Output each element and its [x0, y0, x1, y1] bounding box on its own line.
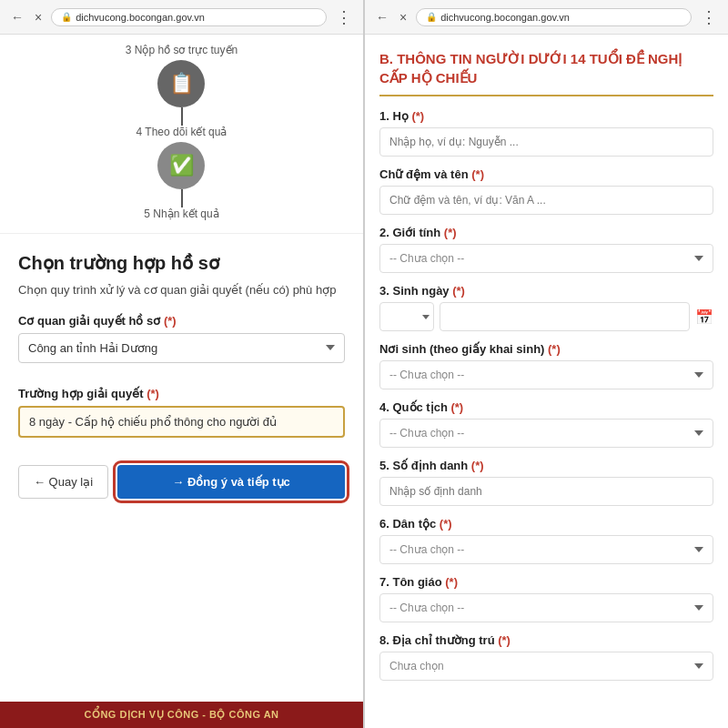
case-field-group: Trường hợp giải quyết (*) 8 ngày - Cấp h…	[18, 387, 345, 450]
agency-field-group: Cơ quan giải quyết hồ sơ (*) Công an tỉn…	[18, 314, 345, 376]
so-dinh-danh-input[interactable]	[379, 477, 713, 506]
agency-label: Cơ quan giải quyết hồ sơ (*)	[18, 314, 345, 328]
left-nav-buttons: ← ×	[7, 8, 46, 26]
step-3-number: 3	[126, 44, 135, 56]
left-menu-dots[interactable]: ⋮	[332, 7, 356, 27]
step-5-text: Nhận kết quả	[153, 207, 218, 220]
right-menu-dots[interactable]: ⋮	[697, 7, 721, 27]
step-4-number: 4	[136, 126, 146, 138]
continue-button[interactable]: → Đồng ý và tiếp tục	[117, 465, 345, 499]
step-3-text: Nộp hồ sơ trực tuyến	[135, 44, 238, 56]
day-select[interactable]	[379, 302, 434, 331]
right-back-button[interactable]: ←	[372, 8, 392, 26]
right-content-area: B. THÔNG TIN NGƯỜI DƯỚI 14 TUỔI ĐỀ NGHỊ …	[365, 35, 728, 728]
right-browser-header: ← × 🔒 dichvucong.bocongan.gov.vn ⋮	[365, 0, 728, 35]
ho-label: 1. Họ (*)	[379, 109, 713, 123]
date-row: 📅	[379, 302, 713, 331]
case-label: Trường hợp giải quyết (*)	[18, 387, 345, 400]
step-3-item: 3 Nộp hồ sơ trực tuyến 📋	[126, 44, 238, 107]
ton-giao-select[interactable]: -- Chưa chọn --	[379, 593, 713, 622]
left-close-button[interactable]: ×	[31, 8, 46, 26]
ten-label: Chữ đệm và tên (*)	[379, 167, 713, 181]
dan-toc-select[interactable]: -- Chưa chọn --	[379, 535, 713, 564]
quoc-tich-field-group: 4. Quốc tịch (*) -- Chưa chọn --	[379, 400, 713, 448]
steps-section: 3 Nộp hồ sơ trực tuyến 📋 4 Theo dõi kết …	[0, 35, 363, 233]
dia-chi-field-group: 8. Địa chỉ thường trú (*) Chưa chọn	[379, 633, 713, 681]
ton-giao-field-group: 7. Tôn giáo (*) -- Chưa chọn --	[379, 575, 713, 622]
form-section: Chọn trường hợp hồ sơ Chọn quy trình xử …	[0, 233, 363, 517]
ton-giao-label: 7. Tôn giáo (*)	[379, 575, 713, 589]
quoc-tich-select[interactable]: -- Chưa chọn --	[379, 419, 713, 448]
section-title: B. THÔNG TIN NGƯỜI DƯỚI 14 TUỔI ĐỀ NGHỊ …	[379, 49, 713, 96]
left-content-area: 3 Nộp hồ sơ trực tuyến 📋 4 Theo dõi kết …	[0, 35, 363, 702]
gioi-tinh-field-group: 2. Giới tính (*) -- Chưa chọn --	[379, 226, 713, 273]
right-address-bar[interactable]: 🔒 dichvucong.bocongan.gov.vn	[416, 8, 692, 26]
sinh-ngay-field-group: 3. Sinh ngày (*) 📅	[379, 284, 713, 331]
dan-toc-label: 6. Dân tộc (*)	[379, 517, 713, 531]
noi-sinh-select[interactable]: -- Chưa chọn --	[379, 360, 713, 389]
ho-field-group: 1. Họ (*)	[379, 109, 713, 157]
right-url: dichvucong.bocongan.gov.vn	[440, 12, 570, 23]
step-4-item: 4 Theo dõi kết quả ✅	[136, 126, 228, 189]
right-nav-buttons: ← ×	[372, 8, 410, 26]
noi-sinh-field-group: Nơi sinh (theo giấy khai sinh) (*) -- Ch…	[379, 342, 713, 389]
left-bottom-bar: CỔNG DỊCH VỤ CÔNG - BỘ CÔNG AN	[0, 702, 363, 728]
form-title: Chọn trường hợp hồ sơ	[18, 252, 345, 274]
ho-input[interactable]	[379, 127, 713, 157]
so-dinh-danh-label: 5. Số định danh (*)	[379, 459, 713, 472]
gioi-tinh-label: 2. Giới tính (*)	[379, 226, 713, 239]
button-row: ← Quay lại → Đồng ý và tiếp tục	[18, 465, 345, 499]
left-browser-header: ← × 🔒 dichvucong.bocongan.gov.vn ⋮	[0, 0, 363, 35]
ten-input[interactable]	[379, 186, 713, 215]
left-back-button[interactable]: ←	[7, 8, 27, 26]
step-5-label: 5 Nhận kết quả	[144, 207, 218, 220]
dia-chi-label: 8. Địa chỉ thường trú (*)	[379, 633, 713, 647]
agency-select[interactable]: Công an tỉnh Hải Dương	[18, 333, 345, 363]
date-input[interactable]	[440, 302, 690, 331]
form-subtitle: Chọn quy trình xử lý và cơ quan giải quy…	[18, 281, 345, 299]
right-panel: ← × 🔒 dichvucong.bocongan.gov.vn ⋮ B. TH…	[365, 0, 728, 728]
step-3-label: 3 Nộp hồ sơ trực tuyến	[126, 44, 238, 56]
step-4-icon: ✅	[169, 154, 194, 177]
right-close-button[interactable]: ×	[396, 8, 410, 26]
step-4-label: 4 Theo dõi kết quả	[136, 126, 228, 138]
step-4-circle: ✅	[157, 142, 205, 189]
left-address-bar[interactable]: 🔒 dichvucong.bocongan.gov.vn	[51, 8, 327, 26]
connector-4-5	[181, 189, 183, 207]
left-lock-icon: 🔒	[61, 12, 72, 22]
connector-3-4	[181, 107, 183, 126]
right-lock-icon: 🔒	[426, 12, 437, 22]
step-3-icon: 📋	[169, 72, 194, 96]
dia-chi-select[interactable]: Chưa chọn	[379, 652, 713, 681]
gioi-tinh-select[interactable]: -- Chưa chọn --	[379, 244, 713, 273]
left-url: dichvucong.bocongan.gov.vn	[76, 12, 205, 23]
quoc-tich-label: 4. Quốc tịch (*)	[379, 400, 713, 414]
step-4-text: Theo dõi kết quả	[145, 126, 227, 138]
case-select[interactable]: 8 ngày - Cấp hộ chiếu phổ thông cho ngườ…	[18, 406, 345, 438]
dan-toc-field-group: 6. Dân tộc (*) -- Chưa chọn --	[379, 517, 713, 564]
sinh-ngay-label: 3. Sinh ngày (*)	[379, 284, 713, 298]
ten-field-group: Chữ đệm và tên (*)	[379, 167, 713, 215]
so-dinh-danh-field-group: 5. Số định danh (*)	[379, 459, 713, 506]
step-5-item: 5 Nhận kết quả	[144, 207, 218, 224]
left-panel: ← × 🔒 dichvucong.bocongan.gov.vn ⋮ 3 Nộp…	[0, 0, 363, 728]
back-button[interactable]: ← Quay lại	[18, 465, 108, 499]
noi-sinh-label: Nơi sinh (theo giấy khai sinh) (*)	[379, 342, 713, 356]
calendar-icon[interactable]: 📅	[695, 308, 713, 326]
step-5-number: 5	[144, 207, 153, 220]
step-3-circle: 📋	[157, 60, 205, 107]
